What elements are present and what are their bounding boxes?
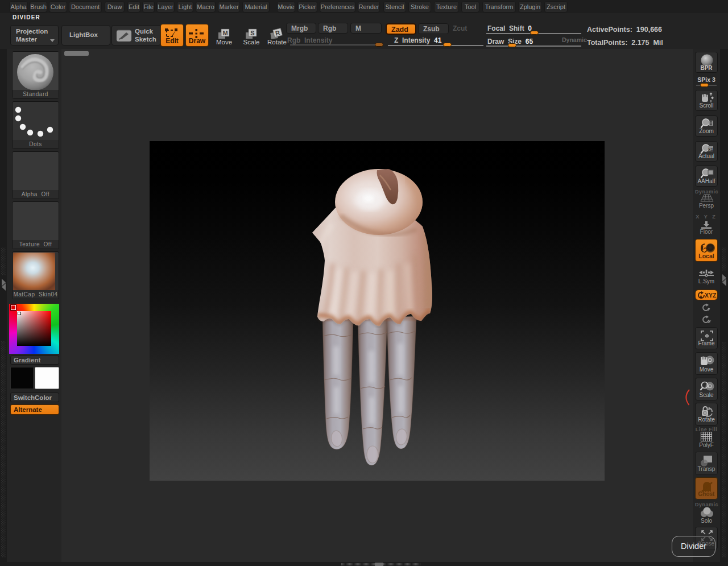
svg-text:x1: x1 [708,147,713,152]
svg-text:M: M [222,30,228,36]
svg-text:S: S [250,30,254,36]
